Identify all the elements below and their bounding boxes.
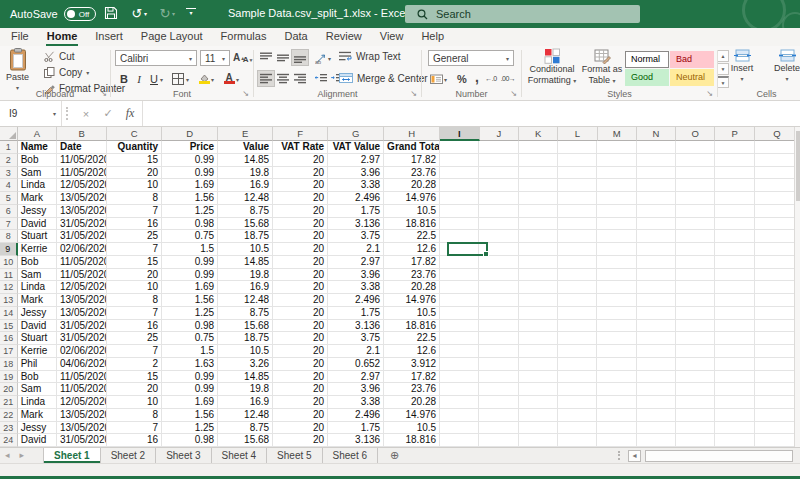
cell-I16[interactable] bbox=[440, 332, 479, 345]
cell-D17[interactable]: 1.5 bbox=[162, 345, 218, 358]
cell-L6[interactable] bbox=[558, 205, 597, 218]
cell-O21[interactable] bbox=[676, 396, 715, 409]
cell-B3[interactable]: 11/05/2020 bbox=[57, 167, 107, 180]
cell-O3[interactable] bbox=[676, 167, 715, 180]
cell-H4[interactable]: 20.28 bbox=[384, 179, 440, 192]
cell-A20[interactable]: Sam bbox=[18, 383, 57, 396]
cell-N4[interactable] bbox=[637, 179, 676, 192]
row-header-21[interactable]: 21 bbox=[0, 396, 18, 409]
number-dialog-launcher-icon[interactable]: ↘ bbox=[510, 89, 517, 98]
cell-D20[interactable]: 0.99 bbox=[162, 383, 218, 396]
cell-D15[interactable]: 0.98 bbox=[162, 320, 218, 333]
column-header-F[interactable]: F bbox=[273, 127, 328, 141]
accounting-format-button[interactable] bbox=[428, 71, 444, 86]
cell-A24[interactable]: David bbox=[18, 434, 57, 447]
cell-O15[interactable] bbox=[676, 320, 715, 333]
cell-O22[interactable] bbox=[676, 409, 715, 422]
cell-M11[interactable] bbox=[597, 269, 636, 282]
column-header-G[interactable]: G bbox=[328, 127, 384, 141]
column-header-C[interactable]: C bbox=[107, 127, 162, 141]
cell-J11[interactable] bbox=[479, 269, 518, 282]
cell-D8[interactable]: 0.75 bbox=[162, 230, 218, 243]
cell-C22[interactable]: 8 bbox=[107, 409, 162, 422]
cell-E1[interactable]: Value bbox=[218, 141, 273, 154]
cell-G14[interactable]: 1.75 bbox=[328, 307, 384, 320]
cell-A22[interactable]: Mark bbox=[18, 409, 57, 422]
cell-L16[interactable] bbox=[558, 332, 597, 345]
orientation-dropdown-icon[interactable]: ▾ bbox=[328, 55, 331, 62]
cell-M18[interactable] bbox=[597, 358, 636, 371]
delete-cells-button[interactable]: Delete ▾ bbox=[765, 48, 800, 85]
cell-J23[interactable] bbox=[479, 422, 518, 435]
copy-dropdown-icon[interactable]: ▾ bbox=[86, 69, 89, 76]
cell-L7[interactable] bbox=[558, 218, 597, 231]
cell-C11[interactable]: 20 bbox=[107, 269, 162, 282]
borders-dropdown-icon[interactable]: ▾ bbox=[186, 76, 189, 83]
cell-P6[interactable] bbox=[715, 205, 754, 218]
cell-O17[interactable] bbox=[676, 345, 715, 358]
style-bad[interactable]: Bad bbox=[670, 51, 714, 68]
cell-J16[interactable] bbox=[479, 332, 518, 345]
cell-M4[interactable] bbox=[597, 179, 636, 192]
cell-H12[interactable]: 20.28 bbox=[384, 281, 440, 294]
column-header-K[interactable]: K bbox=[519, 127, 558, 141]
cell-O18[interactable] bbox=[676, 358, 715, 371]
cell-C23[interactable]: 7 bbox=[107, 422, 162, 435]
cell-D16[interactable]: 0.75 bbox=[162, 332, 218, 345]
cell-M15[interactable] bbox=[597, 320, 636, 333]
cell-C8[interactable]: 25 bbox=[107, 230, 162, 243]
cell-J7[interactable] bbox=[479, 218, 518, 231]
underline-dropdown-icon[interactable]: ▾ bbox=[160, 76, 163, 83]
cell-C15[interactable]: 16 bbox=[107, 320, 162, 333]
cell-D18[interactable]: 1.63 bbox=[162, 358, 218, 371]
cell-A13[interactable]: Mark bbox=[18, 294, 57, 307]
cell-E7[interactable]: 15.68 bbox=[218, 218, 273, 231]
cell-H3[interactable]: 23.76 bbox=[384, 167, 440, 180]
cut-button[interactable]: Cut bbox=[44, 51, 75, 62]
column-header-I[interactable]: I bbox=[440, 127, 479, 141]
row-header-23[interactable]: 23 bbox=[0, 422, 18, 435]
menu-tab-insert[interactable]: Insert bbox=[86, 28, 132, 46]
cell-C14[interactable]: 7 bbox=[107, 307, 162, 320]
cell-E17[interactable]: 10.5 bbox=[218, 345, 273, 358]
cell-J5[interactable] bbox=[479, 192, 518, 205]
row-header-16[interactable]: 16 bbox=[0, 332, 18, 345]
align-center-button[interactable] bbox=[275, 71, 291, 86]
cell-I11[interactable] bbox=[440, 269, 479, 282]
cell-E11[interactable]: 19.8 bbox=[218, 269, 273, 282]
cell-J6[interactable] bbox=[479, 205, 518, 218]
cell-D10[interactable]: 0.99 bbox=[162, 256, 218, 269]
cell-O10[interactable] bbox=[676, 256, 715, 269]
cell-I23[interactable] bbox=[440, 422, 479, 435]
cell-E10[interactable]: 14.85 bbox=[218, 256, 273, 269]
menu-tab-view[interactable]: View bbox=[371, 28, 413, 46]
cell-H13[interactable]: 14.976 bbox=[384, 294, 440, 307]
cell-E18[interactable]: 3.26 bbox=[218, 358, 273, 371]
cell-B2[interactable]: 11/05/2020 bbox=[57, 154, 107, 167]
cell-M21[interactable] bbox=[597, 396, 636, 409]
cell-C9[interactable]: 7 bbox=[107, 243, 162, 256]
row-header-19[interactable]: 19 bbox=[0, 371, 18, 384]
cell-I13[interactable] bbox=[440, 294, 479, 307]
cell-A21[interactable]: Linda bbox=[18, 396, 57, 409]
undo-dropdown-icon[interactable]: ▾ bbox=[144, 10, 147, 17]
cell-M23[interactable] bbox=[597, 422, 636, 435]
cell-F14[interactable]: 20 bbox=[273, 307, 328, 320]
font-size-select[interactable]: 11 ▾ bbox=[200, 50, 230, 66]
cell-D24[interactable]: 0.98 bbox=[162, 434, 218, 447]
cell-D14[interactable]: 1.25 bbox=[162, 307, 218, 320]
cell-G11[interactable]: 3.96 bbox=[328, 269, 384, 282]
cell-M22[interactable] bbox=[597, 409, 636, 422]
cell-J19[interactable] bbox=[479, 371, 518, 384]
sheet-tab-sheet-3[interactable]: Sheet 3 bbox=[156, 448, 211, 463]
decrease-indent-button[interactable] bbox=[313, 71, 329, 86]
cell-P4[interactable] bbox=[715, 179, 754, 192]
cell-E8[interactable]: 18.75 bbox=[218, 230, 273, 243]
cell-F13[interactable]: 20 bbox=[273, 294, 328, 307]
cell-A5[interactable]: Mark bbox=[18, 192, 57, 205]
cell-O16[interactable] bbox=[676, 332, 715, 345]
cell-J17[interactable] bbox=[479, 345, 518, 358]
row-header-4[interactable]: 4 bbox=[0, 179, 18, 192]
cell-G3[interactable]: 3.96 bbox=[328, 167, 384, 180]
cell-D22[interactable]: 1.56 bbox=[162, 409, 218, 422]
